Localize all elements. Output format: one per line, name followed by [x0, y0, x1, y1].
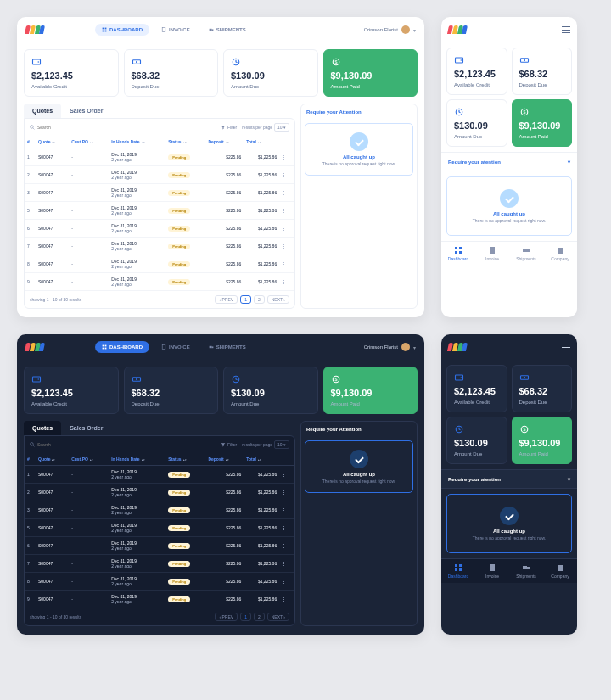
row-menu-icon[interactable]: ⋮: [282, 208, 287, 213]
btmnav-dashboard[interactable]: Dashboard: [441, 242, 475, 266]
nav-shipments[interactable]: SHIPMENTS: [202, 24, 253, 36]
mobile-light: $2,123.45Available Credit $68.32Deposit …: [441, 17, 577, 317]
credit-label: Available Credit: [31, 84, 111, 89]
row-menu-icon[interactable]: ⋮: [282, 172, 287, 177]
pager-next[interactable]: NEXT ›: [267, 613, 289, 621]
svg-rect-4: [162, 28, 165, 32]
col-inhands[interactable]: In Hands Date▴▾: [109, 136, 165, 148]
mobile-dark: $2,123.45Available Credit $68.32Deposit …: [441, 334, 577, 635]
card-due: $130.09Amount Due: [223, 367, 318, 414]
pager-1[interactable]: 1: [240, 295, 251, 304]
filter-icon: [221, 125, 226, 130]
user-menu[interactable]: Crimson Florist▾: [364, 343, 416, 351]
table-row: 7S00047-Dec 31, 20192 year agoPending$22…: [25, 238, 294, 255]
row-menu-icon[interactable]: ⋮: [282, 279, 287, 284]
status-badge: Pending: [168, 543, 190, 549]
pager-2[interactable]: 2: [254, 613, 265, 621]
row-menu-icon[interactable]: ⋮: [282, 490, 287, 495]
perpage-select[interactable]: results per page10 ▾: [242, 123, 289, 132]
row-menu-icon[interactable]: ⋮: [282, 525, 287, 530]
svg-rect-32: [103, 348, 104, 350]
col-inhands[interactable]: In Hands Date▴▾: [109, 453, 165, 466]
svg-point-14: [31, 126, 34, 129]
due-label: Amount Due: [231, 84, 311, 89]
btmnav-company[interactable]: Company: [543, 559, 577, 583]
caught-up: All caught up There is no approval reque…: [446, 494, 572, 553]
search-input[interactable]: [30, 125, 216, 130]
tab-quotes[interactable]: Quotes: [24, 104, 61, 118]
table-row: 5S00047-Dec 31, 20192 year agoPending$22…: [25, 519, 294, 537]
svg-rect-3: [105, 31, 107, 32]
row-menu-icon[interactable]: ⋮: [282, 190, 287, 195]
attention-bar[interactable]: Require your atention▾: [441, 469, 577, 489]
col-deposit[interactable]: Deposit▴▾: [205, 136, 244, 148]
svg-point-38: [38, 378, 40, 380]
col-total[interactable]: Total▴▾: [244, 136, 279, 148]
building-icon: [556, 563, 564, 572]
filter-button[interactable]: Filter: [221, 125, 237, 130]
svg-rect-0: [103, 28, 104, 30]
row-menu-icon[interactable]: ⋮: [282, 579, 287, 584]
row-menu-icon[interactable]: ⋮: [282, 596, 287, 602]
table-section: Quotes Sales Order Filter results per pa…: [24, 421, 295, 626]
perpage-select[interactable]: results per page10 ▾: [242, 440, 289, 449]
pager-next[interactable]: NEXT ›: [267, 295, 289, 304]
tab-sales[interactable]: Sales Order: [61, 421, 111, 435]
tab-sales[interactable]: Sales Order: [61, 104, 111, 118]
nav-dashboard[interactable]: DASHBOARD: [95, 24, 149, 36]
btmnav-dashboard[interactable]: Dashboard: [441, 559, 475, 583]
attention-bar[interactable]: Require your atention▾: [441, 152, 577, 171]
avatar-icon: [401, 343, 410, 351]
status-badge: Pending: [168, 208, 190, 214]
row-menu-icon[interactable]: ⋮: [282, 226, 287, 231]
tab-quotes[interactable]: Quotes: [24, 421, 61, 435]
money-icon: [519, 55, 530, 65]
pager-2[interactable]: 2: [254, 295, 265, 304]
row-menu-icon[interactable]: ⋮: [282, 261, 287, 266]
user-menu[interactable]: Crimson Florist▾: [364, 25, 416, 34]
col-deposit[interactable]: Deposit▴▾: [205, 453, 244, 466]
wallet-icon: [31, 57, 42, 67]
nav-invoice[interactable]: INVOICE: [154, 341, 197, 353]
col-status[interactable]: Status▴▾: [165, 136, 205, 148]
btmnav-shipments[interactable]: Shipments: [509, 559, 543, 583]
nav-shipments[interactable]: SHIPMENTS: [202, 341, 253, 353]
svg-rect-31: [105, 345, 107, 347]
col-status[interactable]: Status▴▾: [165, 453, 205, 466]
svg-rect-58: [527, 567, 530, 569]
btmnav-invoice[interactable]: Invoice: [475, 559, 509, 583]
col-idx[interactable]: #: [25, 453, 36, 466]
hamburger-icon[interactable]: [562, 344, 570, 350]
dollar-icon: $: [519, 424, 530, 434]
row-menu-icon[interactable]: ⋮: [282, 507, 287, 512]
col-quote[interactable]: Quote▴▾: [36, 453, 69, 466]
wallet-icon: [454, 372, 464, 383]
pager-1[interactable]: 1: [240, 613, 251, 621]
row-menu-icon[interactable]: ⋮: [282, 543, 287, 548]
col-quote[interactable]: Quote▴▾: [36, 136, 69, 148]
pager-prev[interactable]: ‹ PREV: [215, 295, 238, 304]
filter-button[interactable]: Filter: [221, 442, 237, 447]
col-custpo[interactable]: Cust.PO▴▾: [69, 453, 109, 466]
col-idx[interactable]: #: [25, 136, 36, 148]
col-total[interactable]: Total▴▾: [244, 453, 279, 466]
hamburger-icon[interactable]: [562, 26, 570, 33]
row-menu-icon[interactable]: ⋮: [282, 561, 287, 566]
row-menu-icon[interactable]: ⋮: [282, 154, 287, 160]
status-badge: Pending: [168, 154, 190, 160]
btmnav-company[interactable]: Company: [543, 242, 577, 266]
table-row: 8S00047-Dec 31, 20192 year agoPending$22…: [25, 573, 294, 591]
row-menu-icon[interactable]: ⋮: [282, 244, 287, 249]
money-icon: [132, 57, 142, 67]
filter-icon: [221, 442, 226, 447]
chevron-down-icon: ▾: [568, 159, 570, 165]
nav-invoice[interactable]: INVOICE: [154, 24, 197, 36]
btmnav-shipments[interactable]: Shipments: [509, 242, 543, 266]
pager-prev[interactable]: ‹ PREV: [215, 613, 238, 621]
col-custpo[interactable]: Cust.PO▴▾: [69, 136, 109, 148]
btmnav-invoice[interactable]: Invoice: [475, 242, 509, 266]
nav-dashboard[interactable]: DASHBOARD: [95, 341, 149, 353]
table-row: 3S00047-Dec 31, 20192 year agoPending$22…: [25, 501, 294, 519]
row-menu-icon[interactable]: ⋮: [282, 472, 287, 477]
search-input[interactable]: [30, 442, 216, 447]
